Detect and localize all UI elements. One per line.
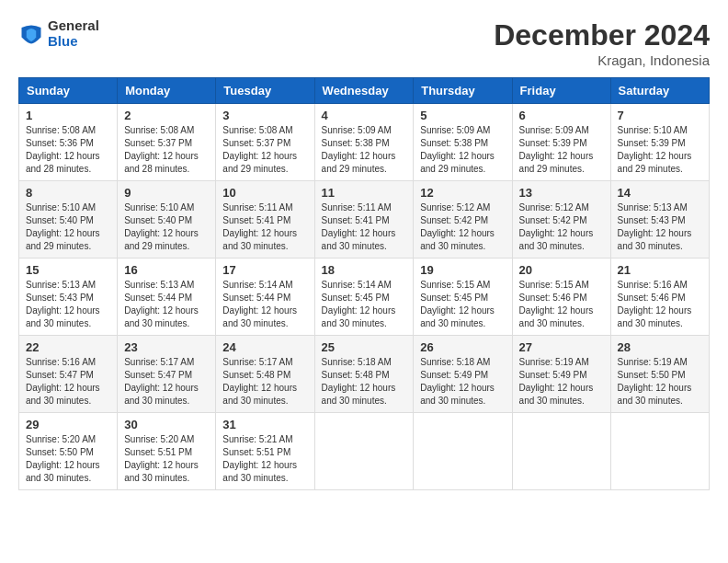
- day-info: Sunrise: 5:19 AMSunset: 5:50 PMDaylight:…: [618, 356, 702, 408]
- day-info: Sunrise: 5:08 AMSunset: 5:37 PMDaylight:…: [222, 124, 307, 176]
- day-number: 29: [26, 418, 110, 431]
- calendar-cell: 7Sunrise: 5:10 AMSunset: 5:39 PMDaylight…: [610, 104, 709, 181]
- calendar-cell: 31Sunrise: 5:21 AMSunset: 5:51 PMDayligh…: [216, 413, 314, 490]
- day-number: 26: [420, 340, 505, 354]
- calendar-cell: [512, 413, 610, 490]
- day-info: Sunrise: 5:08 AMSunset: 5:37 PMDaylight:…: [124, 124, 209, 176]
- logo-line2: Blue: [48, 34, 99, 50]
- day-info: Sunrise: 5:14 AMSunset: 5:44 PMDaylight:…: [222, 279, 307, 330]
- calendar-week-row: 29Sunrise: 5:20 AMSunset: 5:50 PMDayligh…: [19, 413, 710, 490]
- day-number: 12: [420, 186, 505, 200]
- day-number: 15: [26, 263, 110, 277]
- day-info: Sunrise: 5:17 AMSunset: 5:47 PMDaylight:…: [124, 356, 209, 408]
- calendar-table: SundayMondayTuesdayWednesdayThursdayFrid…: [18, 77, 710, 490]
- day-number: 23: [124, 340, 209, 354]
- calendar-header-row: SundayMondayTuesdayWednesdayThursdayFrid…: [19, 78, 710, 104]
- day-info: Sunrise: 5:14 AMSunset: 5:45 PMDaylight:…: [322, 279, 407, 330]
- header-friday: Friday: [512, 78, 610, 104]
- day-number: 4: [322, 109, 407, 122]
- day-number: 21: [618, 263, 702, 277]
- calendar-cell: 24Sunrise: 5:17 AMSunset: 5:48 PMDayligh…: [216, 336, 314, 413]
- day-info: Sunrise: 5:10 AMSunset: 5:40 PMDaylight:…: [124, 201, 209, 253]
- calendar-cell: 11Sunrise: 5:11 AMSunset: 5:41 PMDayligh…: [314, 181, 414, 259]
- day-number: 7: [618, 109, 702, 122]
- day-info: Sunrise: 5:11 AMSunset: 5:41 PMDaylight:…: [322, 201, 407, 253]
- calendar-cell: 6Sunrise: 5:09 AMSunset: 5:39 PMDaylight…: [512, 104, 610, 181]
- location: Kragan, Indonesia: [494, 52, 710, 68]
- day-info: Sunrise: 5:20 AMSunset: 5:50 PMDaylight:…: [26, 433, 110, 485]
- page-header: General Blue December 2024 Kragan, Indon…: [18, 18, 710, 68]
- day-number: 2: [124, 109, 209, 122]
- day-info: Sunrise: 5:08 AMSunset: 5:36 PMDaylight:…: [26, 124, 110, 176]
- day-number: 31: [222, 418, 307, 431]
- day-info: Sunrise: 5:09 AMSunset: 5:39 PMDaylight:…: [519, 124, 604, 176]
- day-info: Sunrise: 5:10 AMSunset: 5:40 PMDaylight:…: [26, 201, 110, 253]
- day-info: Sunrise: 5:10 AMSunset: 5:39 PMDaylight:…: [618, 124, 702, 176]
- calendar-cell: 9Sunrise: 5:10 AMSunset: 5:40 PMDaylight…: [118, 181, 216, 259]
- day-number: 6: [519, 109, 604, 122]
- header-monday: Monday: [118, 78, 216, 104]
- calendar-cell: [314, 413, 414, 490]
- calendar-cell: 21Sunrise: 5:16 AMSunset: 5:46 PMDayligh…: [610, 259, 709, 336]
- header-wednesday: Wednesday: [314, 78, 414, 104]
- calendar-cell: 25Sunrise: 5:18 AMSunset: 5:48 PMDayligh…: [314, 336, 414, 413]
- logo: General Blue: [18, 18, 99, 49]
- calendar-cell: 29Sunrise: 5:20 AMSunset: 5:50 PMDayligh…: [19, 413, 118, 490]
- day-info: Sunrise: 5:15 AMSunset: 5:45 PMDaylight:…: [420, 279, 505, 330]
- calendar-cell: 15Sunrise: 5:13 AMSunset: 5:43 PMDayligh…: [19, 259, 118, 336]
- day-info: Sunrise: 5:18 AMSunset: 5:49 PMDaylight:…: [420, 356, 505, 408]
- calendar-cell: 26Sunrise: 5:18 AMSunset: 5:49 PMDayligh…: [414, 336, 512, 413]
- title-block: December 2024 Kragan, Indonesia: [494, 18, 710, 68]
- calendar-cell: [610, 413, 709, 490]
- calendar-cell: 13Sunrise: 5:12 AMSunset: 5:42 PMDayligh…: [512, 181, 610, 259]
- day-info: Sunrise: 5:20 AMSunset: 5:51 PMDaylight:…: [124, 433, 209, 485]
- day-number: 30: [124, 418, 209, 431]
- day-info: Sunrise: 5:12 AMSunset: 5:42 PMDaylight:…: [420, 201, 505, 253]
- month-title: December 2024: [494, 18, 710, 52]
- calendar-cell: 14Sunrise: 5:13 AMSunset: 5:43 PMDayligh…: [610, 181, 709, 259]
- day-number: 19: [420, 263, 505, 277]
- day-number: 3: [222, 109, 307, 122]
- calendar-cell: 23Sunrise: 5:17 AMSunset: 5:47 PMDayligh…: [118, 336, 216, 413]
- calendar-cell: 28Sunrise: 5:19 AMSunset: 5:50 PMDayligh…: [610, 336, 709, 413]
- calendar-cell: 17Sunrise: 5:14 AMSunset: 5:44 PMDayligh…: [216, 259, 314, 336]
- calendar-cell: 22Sunrise: 5:16 AMSunset: 5:47 PMDayligh…: [19, 336, 118, 413]
- day-info: Sunrise: 5:13 AMSunset: 5:44 PMDaylight:…: [124, 279, 209, 330]
- day-number: 8: [26, 186, 110, 200]
- calendar-cell: 8Sunrise: 5:10 AMSunset: 5:40 PMDaylight…: [19, 181, 118, 259]
- logo-icon: [18, 21, 44, 47]
- day-number: 5: [420, 109, 505, 122]
- day-info: Sunrise: 5:09 AMSunset: 5:38 PMDaylight:…: [322, 124, 407, 176]
- header-thursday: Thursday: [414, 78, 512, 104]
- calendar-cell: 10Sunrise: 5:11 AMSunset: 5:41 PMDayligh…: [216, 181, 314, 259]
- day-info: Sunrise: 5:15 AMSunset: 5:46 PMDaylight:…: [519, 279, 604, 330]
- day-number: 11: [322, 186, 407, 200]
- calendar-cell: 3Sunrise: 5:08 AMSunset: 5:37 PMDaylight…: [216, 104, 314, 181]
- calendar-week-row: 1Sunrise: 5:08 AMSunset: 5:36 PMDaylight…: [19, 104, 710, 181]
- header-saturday: Saturday: [610, 78, 709, 104]
- day-number: 14: [618, 186, 702, 200]
- day-info: Sunrise: 5:11 AMSunset: 5:41 PMDaylight:…: [222, 201, 307, 253]
- day-info: Sunrise: 5:12 AMSunset: 5:42 PMDaylight:…: [519, 201, 604, 253]
- calendar-cell: 5Sunrise: 5:09 AMSunset: 5:38 PMDaylight…: [414, 104, 512, 181]
- day-number: 24: [222, 340, 307, 354]
- calendar-cell: 12Sunrise: 5:12 AMSunset: 5:42 PMDayligh…: [414, 181, 512, 259]
- calendar-cell: 4Sunrise: 5:09 AMSunset: 5:38 PMDaylight…: [314, 104, 414, 181]
- calendar-cell: 30Sunrise: 5:20 AMSunset: 5:51 PMDayligh…: [118, 413, 216, 490]
- day-info: Sunrise: 5:09 AMSunset: 5:38 PMDaylight:…: [420, 124, 505, 176]
- day-info: Sunrise: 5:13 AMSunset: 5:43 PMDaylight:…: [618, 201, 702, 253]
- day-info: Sunrise: 5:16 AMSunset: 5:46 PMDaylight:…: [618, 279, 702, 330]
- day-number: 20: [519, 263, 604, 277]
- day-number: 1: [26, 109, 110, 122]
- day-number: 28: [618, 340, 702, 354]
- calendar-cell: 20Sunrise: 5:15 AMSunset: 5:46 PMDayligh…: [512, 259, 610, 336]
- day-info: Sunrise: 5:17 AMSunset: 5:48 PMDaylight:…: [222, 356, 307, 408]
- calendar-cell: 16Sunrise: 5:13 AMSunset: 5:44 PMDayligh…: [118, 259, 216, 336]
- header-tuesday: Tuesday: [216, 78, 314, 104]
- day-number: 25: [322, 340, 407, 354]
- day-info: Sunrise: 5:18 AMSunset: 5:48 PMDaylight:…: [322, 356, 407, 408]
- day-number: 27: [519, 340, 604, 354]
- calendar-cell: [414, 413, 512, 490]
- day-number: 9: [124, 186, 209, 200]
- day-number: 17: [222, 263, 307, 277]
